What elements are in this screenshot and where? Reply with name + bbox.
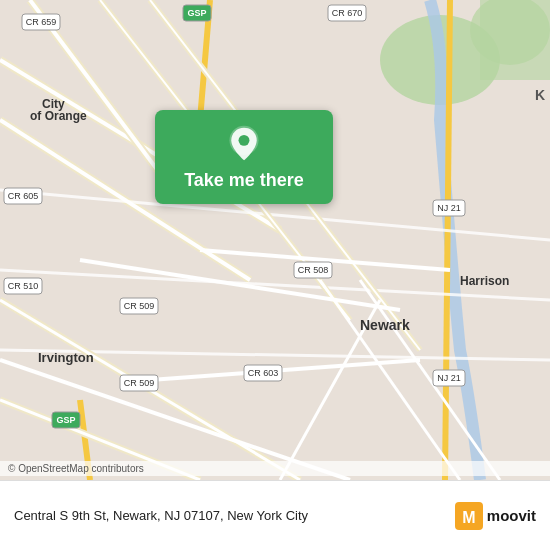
svg-text:K: K: [535, 87, 545, 103]
svg-text:CR 508: CR 508: [298, 265, 329, 275]
svg-text:Newark: Newark: [360, 317, 410, 333]
svg-text:Irvington: Irvington: [38, 350, 94, 365]
address-text: Central S 9th St, Newark, NJ 07107, New …: [14, 508, 455, 523]
moovit-text: moovit: [487, 507, 536, 524]
svg-text:NJ 21: NJ 21: [437, 203, 461, 213]
map-container: CR 659 GSP CR 670 CR 605 CR 510 CR 509 C…: [0, 0, 550, 480]
take-me-there-label: Take me there: [184, 170, 304, 192]
svg-text:CR 509: CR 509: [124, 301, 155, 311]
svg-text:Harrison: Harrison: [460, 274, 509, 288]
map-attribution: © OpenStreetMap contributors: [0, 461, 550, 476]
bottom-bar: Central S 9th St, Newark, NJ 07107, New …: [0, 480, 550, 550]
svg-text:M: M: [462, 509, 475, 526]
svg-text:CR 603: CR 603: [248, 368, 279, 378]
take-me-there-button[interactable]: Take me there: [155, 110, 333, 204]
svg-text:CR 510: CR 510: [8, 281, 39, 291]
svg-text:NJ 21: NJ 21: [437, 373, 461, 383]
svg-text:GSP: GSP: [56, 415, 75, 425]
moovit-logo-icon: M: [455, 502, 483, 530]
attribution-text: © OpenStreetMap contributors: [8, 463, 144, 474]
svg-text:CR 670: CR 670: [332, 8, 363, 18]
svg-text:CR 659: CR 659: [26, 17, 57, 27]
svg-text:GSP: GSP: [187, 8, 206, 18]
svg-text:CR 509: CR 509: [124, 378, 155, 388]
svg-text:CR 605: CR 605: [8, 191, 39, 201]
svg-rect-3: [480, 0, 550, 80]
moovit-logo: M moovit: [455, 502, 536, 530]
svg-point-63: [239, 135, 250, 146]
location-pin-icon: [224, 124, 264, 164]
svg-text:of Orange: of Orange: [30, 109, 87, 123]
